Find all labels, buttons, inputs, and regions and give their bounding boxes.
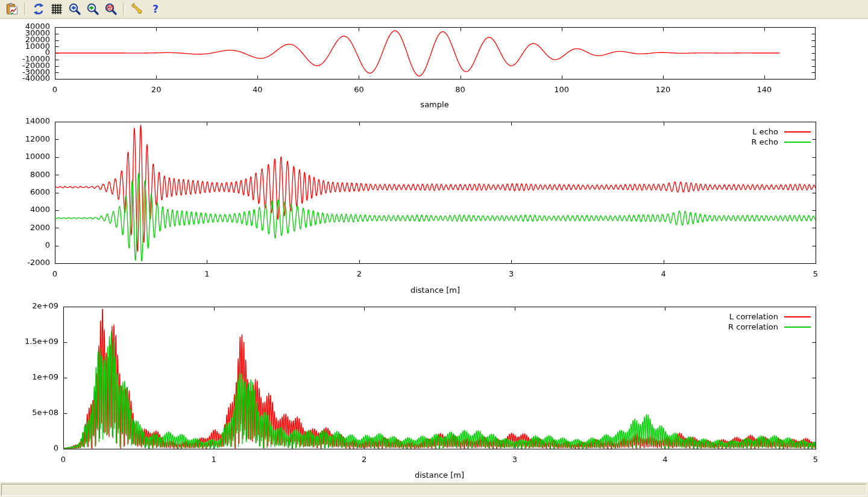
legend-item-l-echo: L echo [751, 127, 811, 137]
legend-label: R echo [751, 137, 778, 146]
refresh-icon [32, 2, 45, 16]
zoom-previous-button[interactable] [67, 1, 83, 17]
echo-chart[interactable] [0, 114, 868, 301]
zoom-previous-icon [68, 2, 81, 16]
toolbar-separator [123, 3, 125, 15]
toggle-grid-button[interactable] [49, 1, 64, 17]
help-button[interactable]: ? [148, 1, 163, 17]
toolbar-separator [24, 3, 27, 15]
autoscale-button[interactable] [103, 1, 119, 17]
copy-plot-button[interactable] [4, 1, 20, 17]
grid-icon [50, 2, 63, 16]
correlation-legend: L correlation R correlation [728, 311, 811, 332]
gnuplot-window: ? sample distance [m] distance [m] L ech… [0, 0, 868, 497]
zoom-next-icon [86, 2, 99, 16]
autoscale-icon [104, 2, 118, 16]
legend-line-swatch [784, 131, 811, 133]
echo-legend: L echo R echo [751, 127, 811, 147]
legend-label: L echo [752, 127, 778, 136]
x-axis-label-sample: sample [420, 100, 448, 109]
zoom-next-button[interactable] [85, 1, 101, 17]
settings-wrench-icon [131, 2, 144, 16]
legend-label: L correlation [729, 312, 778, 321]
svg-text:?: ? [153, 3, 159, 15]
x-axis-label-distance-echo: distance [m] [410, 286, 460, 295]
legend-item-r-echo: R echo [751, 137, 811, 147]
legend-line-swatch [784, 327, 811, 328]
legend-label: R correlation [728, 322, 778, 331]
legend-item-r-correlation: R correlation [728, 322, 811, 332]
help-icon: ? [149, 2, 162, 16]
plot-area: sample distance [m] distance [m] L echo … [0, 19, 868, 482]
x-axis-label-distance-correlation: distance [m] [415, 470, 464, 480]
legend-line-swatch [784, 316, 811, 317]
status-message [1, 484, 867, 496]
toolbar: ? [0, 0, 868, 19]
legend-item-l-correlation: L correlation [728, 311, 811, 322]
status-bar [0, 482, 868, 497]
copy-plot-icon [5, 2, 19, 16]
settings-button[interactable] [130, 1, 145, 17]
replot-button[interactable] [31, 1, 46, 17]
legend-line-swatch [784, 142, 811, 143]
